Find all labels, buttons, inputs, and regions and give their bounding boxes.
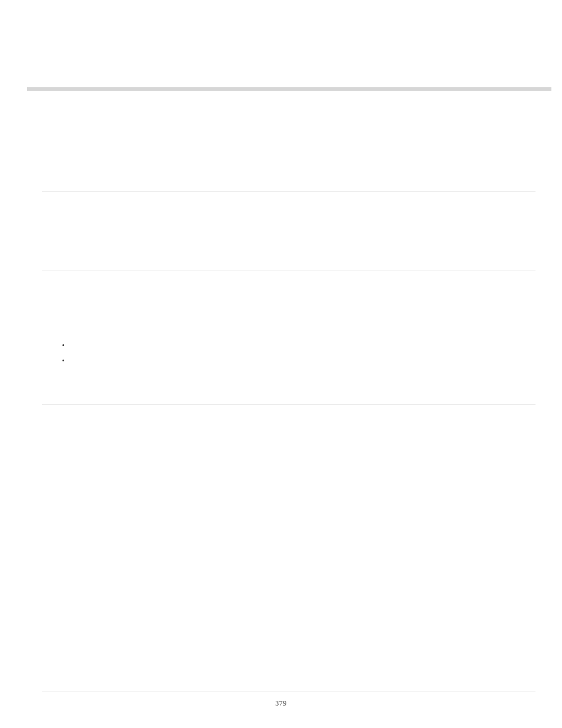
list-bullet — [62, 360, 64, 361]
document-page: 379 — [0, 0, 562, 728]
list-bullet — [62, 344, 64, 346]
horizontal-rule — [42, 691, 535, 691]
horizontal-rule — [42, 271, 535, 271]
horizontal-rule — [42, 191, 535, 192]
page-number: 379 — [0, 699, 562, 708]
horizontal-rule — [42, 404, 535, 405]
header-divider-bar — [27, 87, 551, 91]
